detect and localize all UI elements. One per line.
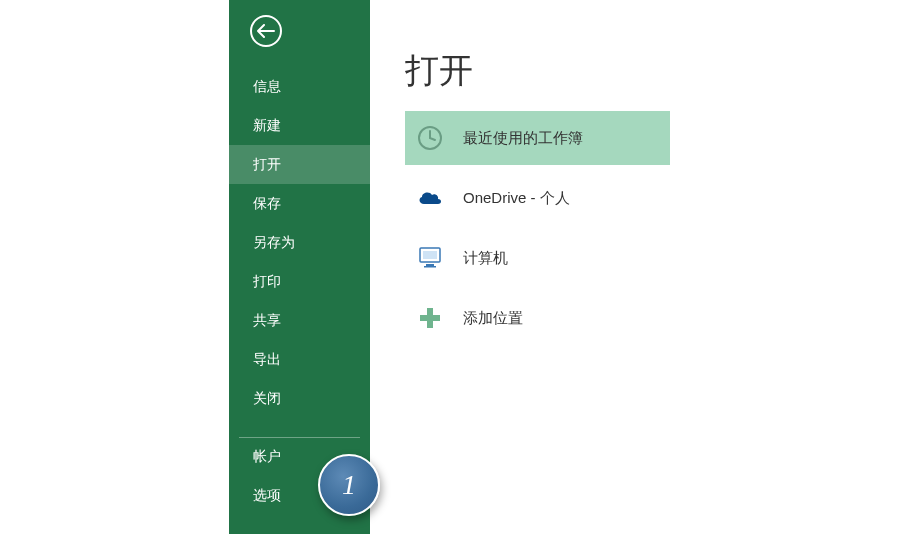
loc-label: 添加位置 bbox=[463, 309, 523, 328]
backstage-view: 信息 新建 打开 保存 另存为 打印 共享 导出 关闭 帐户 选项 打开 bbox=[229, 0, 900, 534]
loc-label: OneDrive - 个人 bbox=[463, 189, 570, 208]
nav-saveas[interactable]: 另存为 bbox=[229, 223, 370, 262]
loc-add-place[interactable]: 添加位置 bbox=[405, 291, 670, 345]
loc-computer[interactable]: 计算机 bbox=[405, 231, 670, 285]
svg-rect-3 bbox=[426, 264, 434, 266]
nav-save[interactable]: 保存 bbox=[229, 184, 370, 223]
nav-open[interactable]: 打开 bbox=[229, 145, 370, 184]
nav-close[interactable]: 关闭 bbox=[229, 379, 370, 418]
svg-rect-2 bbox=[423, 251, 437, 259]
nav-export[interactable]: 导出 bbox=[229, 340, 370, 379]
clock-icon bbox=[415, 125, 445, 151]
cloud-icon bbox=[415, 188, 445, 208]
nav-label: 打印 bbox=[253, 273, 281, 291]
loc-recent[interactable]: 最近使用的工作簿 bbox=[405, 111, 670, 165]
nav-label: 共享 bbox=[253, 312, 281, 330]
loc-label: 最近使用的工作簿 bbox=[463, 129, 583, 148]
computer-icon bbox=[415, 246, 445, 270]
nav-label: 新建 bbox=[253, 117, 281, 135]
svg-rect-6 bbox=[420, 315, 440, 321]
nav-label: 导出 bbox=[253, 351, 281, 369]
nav-label: 帐户 bbox=[253, 448, 281, 466]
annotation-label: 1 bbox=[342, 469, 356, 501]
nav-new[interactable]: 新建 bbox=[229, 106, 370, 145]
nav-print[interactable]: 打印 bbox=[229, 262, 370, 301]
nav-label: 选项 bbox=[253, 487, 281, 505]
step-annotation-1: 1 bbox=[318, 454, 380, 516]
plus-icon bbox=[415, 307, 445, 329]
back-button[interactable] bbox=[250, 15, 282, 47]
open-panel: 打开 最近使用的工作簿 OneDrive - 个人 bbox=[370, 0, 900, 534]
nav-label: 信息 bbox=[253, 78, 281, 96]
nav-label: 保存 bbox=[253, 195, 281, 213]
nav-info[interactable]: 信息 bbox=[229, 67, 370, 106]
page-title: 打开 bbox=[405, 48, 473, 94]
loc-label: 计算机 bbox=[463, 249, 508, 268]
nav-label: 关闭 bbox=[253, 390, 281, 408]
loc-onedrive[interactable]: OneDrive - 个人 bbox=[405, 171, 670, 225]
nav-share[interactable]: 共享 bbox=[229, 301, 370, 340]
nav-label: 打开 bbox=[253, 156, 281, 174]
open-locations: 最近使用的工作簿 OneDrive - 个人 bbox=[405, 111, 670, 351]
nav-label: 另存为 bbox=[253, 234, 295, 252]
arrow-left-icon bbox=[257, 24, 275, 38]
backstage-nav: 信息 新建 打开 保存 另存为 打印 共享 导出 关闭 bbox=[229, 67, 370, 418]
svg-rect-4 bbox=[424, 266, 436, 268]
